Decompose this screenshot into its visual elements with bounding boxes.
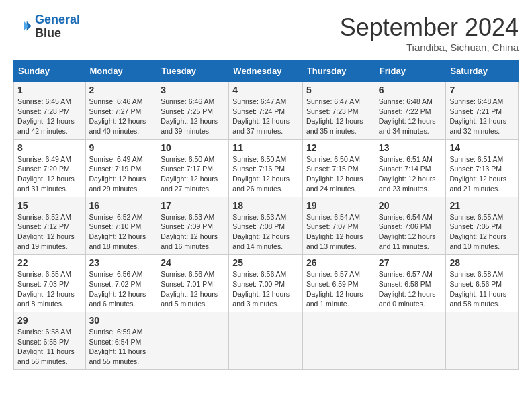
day-info: Sunrise: 6:56 AMSunset: 7:00 PMDaylight:… xyxy=(232,269,299,309)
calendar-cell: 2 Sunrise: 6:46 AMSunset: 7:27 PMDayligh… xyxy=(85,82,157,140)
calendar-cell: 11 Sunrise: 6:50 AMSunset: 7:16 PMDaylig… xyxy=(229,139,303,197)
day-info: Sunrise: 6:46 AMSunset: 7:25 PMDaylight:… xyxy=(161,97,225,136)
logo-icon xyxy=(13,17,32,36)
logo: General Blue xyxy=(13,13,80,40)
calendar-cell: 13 Sunrise: 6:51 AMSunset: 7:14 PMDaylig… xyxy=(375,139,446,197)
day-number: 8 xyxy=(17,142,82,153)
day-info: Sunrise: 6:47 AMSunset: 7:24 PMDaylight:… xyxy=(232,97,299,136)
day-info: Sunrise: 6:50 AMSunset: 7:17 PMDaylight:… xyxy=(161,154,225,194)
header-saturday: Saturday xyxy=(446,60,519,82)
location-subtitle: Tiandiba, Sichuan, China xyxy=(340,42,519,53)
calendar-cell: 17 Sunrise: 6:53 AMSunset: 7:09 PMDaylig… xyxy=(157,197,229,255)
calendar-week-row: 15 Sunrise: 6:52 AMSunset: 7:12 PMDaylig… xyxy=(14,197,519,255)
day-info: Sunrise: 6:55 AMSunset: 7:03 PMDaylight:… xyxy=(17,269,82,309)
day-info: Sunrise: 6:52 AMSunset: 7:10 PMDaylight:… xyxy=(89,212,154,252)
calendar-week-row: 22 Sunrise: 6:55 AMSunset: 7:03 PMDaylig… xyxy=(14,255,519,312)
calendar-cell: 20 Sunrise: 6:54 AMSunset: 7:06 PMDaylig… xyxy=(375,197,446,255)
calendar-cell: 14 Sunrise: 6:51 AMSunset: 7:13 PMDaylig… xyxy=(446,139,519,197)
calendar-cell: 22 Sunrise: 6:55 AMSunset: 7:03 PMDaylig… xyxy=(14,255,86,312)
calendar-header-row: Sunday Monday Tuesday Wednesday Thursday… xyxy=(14,60,519,82)
calendar-cell: 4 Sunrise: 6:47 AMSunset: 7:24 PMDayligh… xyxy=(229,82,303,140)
calendar-cell: 8 Sunrise: 6:49 AMSunset: 7:20 PMDayligh… xyxy=(14,139,86,197)
calendar-cell: 18 Sunrise: 6:53 AMSunset: 7:08 PMDaylig… xyxy=(229,197,303,255)
header-tuesday: Tuesday xyxy=(157,60,229,82)
day-number: 5 xyxy=(306,85,371,95)
day-info: Sunrise: 6:58 AMSunset: 6:55 PMDaylight:… xyxy=(17,327,82,367)
day-info: Sunrise: 6:55 AMSunset: 7:05 PMDaylight:… xyxy=(449,212,515,252)
day-info: Sunrise: 6:54 AMSunset: 7:07 PMDaylight:… xyxy=(306,212,371,252)
day-number: 2 xyxy=(89,85,154,95)
day-number: 29 xyxy=(17,315,82,326)
day-number: 19 xyxy=(306,200,371,211)
day-info: Sunrise: 6:59 AMSunset: 6:54 PMDaylight:… xyxy=(89,327,154,367)
calendar-cell: 21 Sunrise: 6:55 AMSunset: 7:05 PMDaylig… xyxy=(446,197,519,255)
calendar-cell: 29 Sunrise: 6:58 AMSunset: 6:55 PMDaylig… xyxy=(14,312,86,370)
calendar-cell: 1 Sunrise: 6:45 AMSunset: 7:28 PMDayligh… xyxy=(14,82,86,140)
header-wednesday: Wednesday xyxy=(229,60,303,82)
day-number: 15 xyxy=(17,200,82,211)
calendar-cell: 25 Sunrise: 6:56 AMSunset: 7:00 PMDaylig… xyxy=(229,255,303,312)
month-title: September 2024 xyxy=(340,13,519,42)
day-info: Sunrise: 6:50 AMSunset: 7:15 PMDaylight:… xyxy=(306,154,371,194)
day-info: Sunrise: 6:57 AMSunset: 6:59 PMDaylight:… xyxy=(306,269,371,309)
day-number: 28 xyxy=(449,257,515,268)
day-number: 22 xyxy=(17,257,82,268)
title-block: September 2024 Tiandiba, Sichuan, China xyxy=(340,13,519,53)
calendar-cell xyxy=(375,312,446,370)
day-info: Sunrise: 6:51 AMSunset: 7:14 PMDaylight:… xyxy=(379,154,443,194)
day-number: 17 xyxy=(161,200,225,211)
calendar-cell: 15 Sunrise: 6:52 AMSunset: 7:12 PMDaylig… xyxy=(14,197,86,255)
calendar-cell: 19 Sunrise: 6:54 AMSunset: 7:07 PMDaylig… xyxy=(302,197,375,255)
calendar-cell: 27 Sunrise: 6:57 AMSunset: 6:58 PMDaylig… xyxy=(375,255,446,312)
day-number: 12 xyxy=(306,142,371,153)
calendar-cell xyxy=(229,312,303,370)
day-number: 11 xyxy=(232,142,299,153)
day-info: Sunrise: 6:47 AMSunset: 7:23 PMDaylight:… xyxy=(306,97,371,136)
calendar-week-row: 1 Sunrise: 6:45 AMSunset: 7:28 PMDayligh… xyxy=(14,82,519,140)
header-monday: Monday xyxy=(85,60,157,82)
calendar-cell: 7 Sunrise: 6:48 AMSunset: 7:21 PMDayligh… xyxy=(446,82,519,140)
day-number: 18 xyxy=(232,200,299,211)
calendar-cell: 16 Sunrise: 6:52 AMSunset: 7:10 PMDaylig… xyxy=(85,197,157,255)
day-number: 27 xyxy=(379,257,443,268)
calendar-week-row: 8 Sunrise: 6:49 AMSunset: 7:20 PMDayligh… xyxy=(14,139,519,197)
calendar-cell: 26 Sunrise: 6:57 AMSunset: 6:59 PMDaylig… xyxy=(302,255,375,312)
calendar-cell xyxy=(302,312,375,370)
header-sunday: Sunday xyxy=(14,60,86,82)
calendar-cell xyxy=(446,312,519,370)
page-header: General Blue September 2024 Tiandiba, Si… xyxy=(13,13,519,53)
header-friday: Friday xyxy=(375,60,446,82)
day-info: Sunrise: 6:57 AMSunset: 6:58 PMDaylight:… xyxy=(379,269,443,309)
calendar-cell: 5 Sunrise: 6:47 AMSunset: 7:23 PMDayligh… xyxy=(302,82,375,140)
day-info: Sunrise: 6:53 AMSunset: 7:09 PMDaylight:… xyxy=(161,212,225,252)
calendar-cell: 30 Sunrise: 6:59 AMSunset: 6:54 PMDaylig… xyxy=(85,312,157,370)
day-number: 30 xyxy=(89,315,154,326)
day-number: 1 xyxy=(17,85,82,95)
day-number: 4 xyxy=(232,85,299,95)
calendar-table: Sunday Monday Tuesday Wednesday Thursday… xyxy=(13,60,519,370)
day-number: 24 xyxy=(161,257,225,268)
calendar-cell: 12 Sunrise: 6:50 AMSunset: 7:15 PMDaylig… xyxy=(302,139,375,197)
day-number: 21 xyxy=(449,200,515,211)
day-info: Sunrise: 6:48 AMSunset: 7:21 PMDaylight:… xyxy=(449,97,515,136)
day-info: Sunrise: 6:46 AMSunset: 7:27 PMDaylight:… xyxy=(89,97,154,136)
day-info: Sunrise: 6:53 AMSunset: 7:08 PMDaylight:… xyxy=(232,212,299,252)
day-number: 23 xyxy=(89,257,154,268)
day-number: 7 xyxy=(449,85,515,95)
calendar-cell: 28 Sunrise: 6:58 AMSunset: 6:56 PMDaylig… xyxy=(446,255,519,312)
day-info: Sunrise: 6:50 AMSunset: 7:16 PMDaylight:… xyxy=(232,154,299,194)
day-number: 16 xyxy=(89,200,154,211)
day-number: 13 xyxy=(379,142,443,153)
calendar-cell: 10 Sunrise: 6:50 AMSunset: 7:17 PMDaylig… xyxy=(157,139,229,197)
day-number: 3 xyxy=(161,85,225,95)
day-info: Sunrise: 6:58 AMSunset: 6:56 PMDaylight:… xyxy=(449,269,515,309)
day-number: 14 xyxy=(449,142,515,153)
calendar-cell xyxy=(157,312,229,370)
day-number: 9 xyxy=(89,142,154,153)
header-thursday: Thursday xyxy=(302,60,375,82)
day-info: Sunrise: 6:56 AMSunset: 7:02 PMDaylight:… xyxy=(89,269,154,309)
day-number: 6 xyxy=(379,85,443,95)
calendar-cell: 9 Sunrise: 6:49 AMSunset: 7:19 PMDayligh… xyxy=(85,139,157,197)
day-info: Sunrise: 6:56 AMSunset: 7:01 PMDaylight:… xyxy=(161,269,225,309)
calendar-cell: 23 Sunrise: 6:56 AMSunset: 7:02 PMDaylig… xyxy=(85,255,157,312)
